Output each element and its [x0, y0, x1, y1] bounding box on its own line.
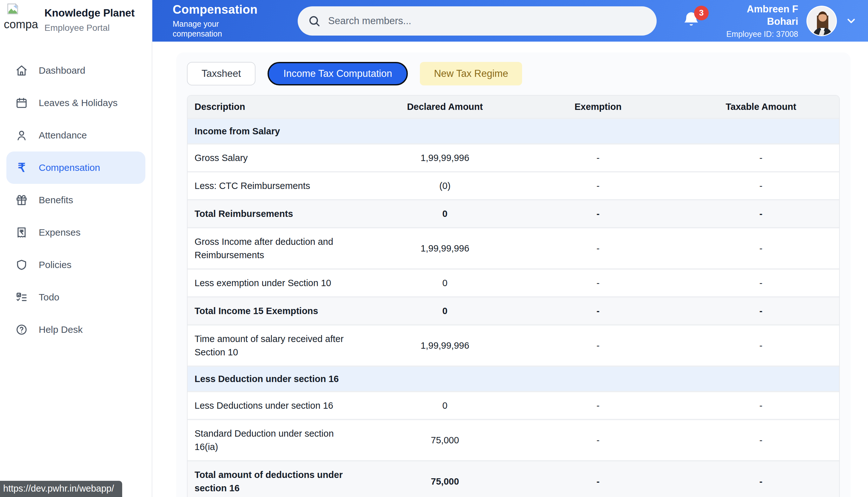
search-input[interactable]	[328, 15, 646, 27]
broken-image-icon	[6, 2, 19, 15]
cell-declared: (0)	[377, 171, 513, 199]
page-header: Compensation Manage your compensation 3 …	[152, 0, 868, 42]
sidebar-item-policies[interactable]: Policies	[6, 248, 145, 281]
cell-exemption: -	[513, 199, 683, 227]
table-row: Standard Deduction under section 16(ia) …	[188, 419, 839, 460]
sidebar-nav: Dashboard Leaves & Holidays Attendance	[0, 42, 152, 346]
app-subtitle: Employee Portal	[44, 23, 135, 33]
sidebar-item-label: Dashboard	[39, 65, 85, 76]
calendar-icon	[15, 97, 28, 109]
sidebar-item-label: Benefits	[39, 195, 73, 205]
cell-exemption: -	[513, 143, 683, 171]
receipt-rupee-icon	[15, 226, 28, 239]
table-total-row: Total Income 15 Exemptions 0 - -	[188, 296, 839, 324]
user-name: Ambreen F Bohari	[718, 3, 798, 28]
table-row: Less exemption under Section 10 0 - -	[188, 268, 839, 296]
avatar[interactable]	[806, 6, 837, 36]
cell-description: Less: CTC Reimbursements	[188, 171, 377, 199]
app-title: Knowledge Planet	[44, 7, 135, 19]
home-icon	[15, 64, 28, 77]
cell-exemption: -	[513, 391, 683, 419]
column-header-description: Description	[188, 96, 377, 118]
cell-declared: 0	[377, 296, 513, 324]
cell-exemption: -	[513, 171, 683, 199]
cell-description: Time amount of salary received after Sec…	[188, 324, 377, 366]
logo: compa	[4, 2, 39, 41]
page-subtitle: Manage your compensation	[173, 19, 252, 39]
income-tax-computation-table: Description Declared Amount Exemption Ta…	[187, 95, 840, 497]
sidebar-item-dashboard[interactable]: Dashboard	[6, 54, 145, 87]
sidebar-item-label: Attendance	[39, 130, 87, 141]
table-row: Gross Income after deduction and Reimbur…	[188, 227, 839, 268]
section-title: Less Deduction under section 16	[188, 366, 839, 391]
cell-declared: 1,99,99,996	[377, 143, 513, 171]
cell-taxable: -	[683, 143, 839, 171]
table-section-row: Less Deduction under section 16	[188, 366, 839, 391]
cell-exemption: -	[513, 324, 683, 366]
cell-declared: 1,99,99,996	[377, 227, 513, 268]
table-total-row: Total amount of deductions under section…	[188, 460, 839, 497]
table-row: Less Deductions under section 16 0 - -	[188, 391, 839, 419]
cell-taxable: -	[683, 199, 839, 227]
cell-taxable: -	[683, 324, 839, 366]
table-row: Time amount of salary received after Sec…	[188, 324, 839, 366]
cell-description: Less exemption under Section 10	[188, 268, 377, 296]
cell-declared: 75,000	[377, 460, 513, 497]
sidebar-item-label: Policies	[39, 259, 71, 270]
table-row: Gross Salary 1,99,99,996 - -	[188, 143, 839, 171]
sidebar-item-compensation[interactable]: ₹ Compensation	[6, 152, 145, 184]
cell-declared: 0	[377, 268, 513, 296]
cell-description: Standard Deduction under section 16(ia)	[188, 419, 377, 460]
chevron-down-icon[interactable]	[845, 15, 857, 27]
cell-exemption: -	[513, 296, 683, 324]
tab-bar: Taxsheet Income Tax Computation New Tax …	[187, 62, 840, 85]
sidebar-item-label: Compensation	[39, 162, 100, 173]
sidebar-item-todo[interactable]: Todo	[6, 281, 145, 313]
cell-taxable: -	[683, 268, 839, 296]
tab-new-tax-regime[interactable]: New Tax Regime	[420, 62, 522, 85]
sidebar-item-help-desk[interactable]: Help Desk	[6, 313, 145, 346]
user-menu[interactable]: Ambreen F Bohari Employee ID: 37008	[718, 3, 857, 39]
list-todo-icon	[15, 291, 28, 303]
cell-declared: 75,000	[377, 419, 513, 460]
sidebar-item-benefits[interactable]: Benefits	[6, 184, 145, 216]
rupee-icon: ₹	[15, 161, 28, 174]
cell-exemption: -	[513, 227, 683, 268]
section-title: Income from Salary	[188, 118, 839, 143]
cell-description: Total Reimbursements	[188, 199, 377, 227]
tab-income-tax-computation[interactable]: Income Tax Computation	[267, 62, 408, 85]
sidebar-item-expenses[interactable]: Expenses	[6, 216, 145, 248]
user-employee-id: Employee ID: 37008	[718, 30, 798, 39]
cell-description: Less Deductions under section 16	[188, 391, 377, 419]
notifications-button[interactable]: 3	[682, 11, 702, 31]
table-section-row: Income from Salary	[188, 118, 839, 143]
cell-description: Gross Income after deduction and Reimbur…	[188, 227, 377, 268]
sidebar-item-label: Help Desk	[39, 324, 83, 335]
avatar-image	[807, 7, 837, 36]
cell-taxable: -	[683, 391, 839, 419]
help-circle-icon	[15, 323, 28, 336]
sidebar-item-label: Todo	[39, 292, 59, 303]
page-title: Compensation	[173, 3, 291, 16]
cell-taxable: -	[683, 419, 839, 460]
content-card: Taxsheet Income Tax Computation New Tax …	[176, 53, 851, 497]
tab-taxsheet[interactable]: Taxsheet	[187, 62, 255, 85]
sidebar: compa Knowledge Planet Employee Portal D…	[0, 0, 152, 497]
sidebar-item-attendance[interactable]: Attendance	[6, 119, 145, 152]
shield-icon	[15, 258, 28, 271]
cell-description: Total Income 15 Exemptions	[188, 296, 377, 324]
cell-declared: 0	[377, 199, 513, 227]
column-header-declared-amount: Declared Amount	[377, 96, 513, 118]
cell-taxable: -	[683, 460, 839, 497]
column-header-taxable-amount: Taxable Amount	[683, 96, 839, 118]
sidebar-item-label: Leaves & Holidays	[39, 98, 117, 108]
column-header-exemption: Exemption	[513, 96, 683, 118]
table-header-row: Description Declared Amount Exemption Ta…	[188, 96, 839, 118]
sidebar-item-leaves-holidays[interactable]: Leaves & Holidays	[6, 87, 145, 119]
search-bar[interactable]	[298, 6, 657, 36]
cell-taxable: -	[683, 171, 839, 199]
cell-exemption: -	[513, 460, 683, 497]
brand-text: Knowledge Planet Employee Portal	[44, 7, 135, 33]
logo-alt-text: compa	[4, 18, 39, 31]
cell-exemption: -	[513, 419, 683, 460]
